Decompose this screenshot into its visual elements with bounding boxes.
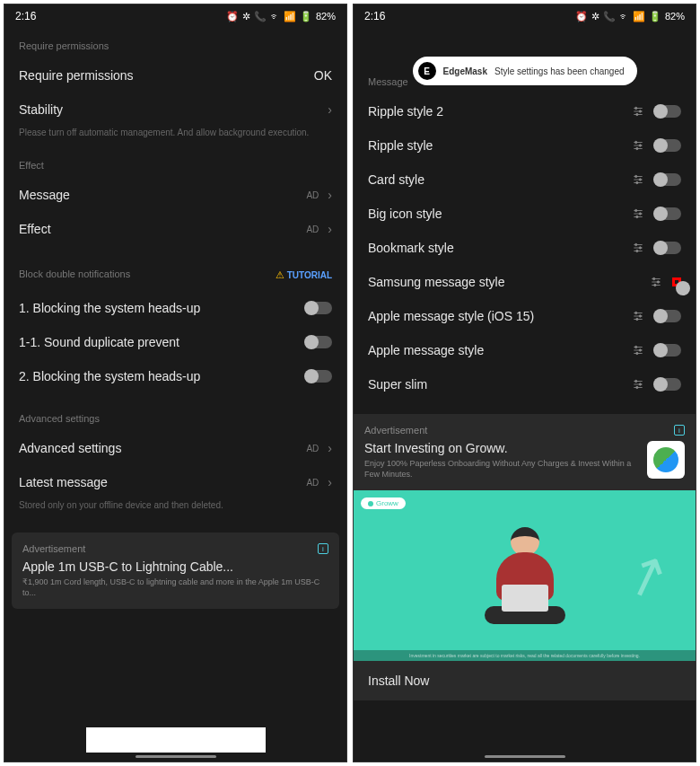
status-bar: 2:16 ⏰ ✲ 📞 ᯤ 📶 🔋 82% [4,4,346,28]
toggle[interactable] [654,207,681,220]
svg-point-53 [636,386,638,388]
style-row[interactable]: Bookmark style [354,231,696,265]
sliders-icon[interactable] [649,275,663,289]
ad-info-icon[interactable]: i [318,543,328,554]
bluetooth-icon: ✲ [242,11,250,22]
svg-point-29 [636,250,638,251]
tutorial-link[interactable]: ⚠TUTORIAL [276,266,332,282]
style-label: Apple message style (iOS 15) [368,309,534,323]
toggle[interactable] [654,310,681,322]
ad-app-icon [647,441,685,479]
svg-point-4 [639,110,641,112]
toggle[interactable] [305,302,332,314]
hero-badge: Groww [361,497,406,509]
style-row[interactable]: Big icon style [354,197,696,231]
bottom-white-bar [86,727,266,753]
toggle[interactable] [654,242,681,254]
style-label: Super slim [368,377,427,392]
sliders-icon[interactable] [631,241,645,255]
row-message[interactable]: Message AD › [4,178,346,212]
install-button[interactable]: Install Now [354,661,696,700]
ad-badge: AD [306,444,319,453]
style-row[interactable]: Apple message style [354,333,696,367]
svg-point-10 [639,145,641,146]
call-icon: 📞 [603,11,616,22]
ad-card[interactable]: Advertisement i Apple 1m USB-C to Lightn… [12,533,339,609]
svg-point-21 [635,209,637,211]
style-row[interactable]: Card style [354,163,696,197]
toggle[interactable] [305,370,332,383]
svg-point-41 [636,318,638,320]
sliders-icon[interactable] [631,309,645,323]
row-block-1[interactable]: 1. Blocking the system heads-up [4,291,346,325]
toast-app: EdgeMask [442,66,486,76]
style-row[interactable]: Ripple style 2 [354,94,696,128]
style-row[interactable]: Samsung message style [354,265,696,299]
row-advanced-settings[interactable]: Advanced settings AD › [4,431,346,465]
row-label: Require permissions [19,68,134,83]
style-label: Bookmark style [368,241,454,255]
ad-label: Advertisement [364,425,427,436]
ad-title: Start Investing on Groww. [364,441,685,455]
phone-right: 2:16 ⏰ ✲ 📞 ᯤ 📶 🔋 82% E EdgeMask Style se… [353,4,696,762]
ad-subtitle: ₹1,900 1m Cord length, USB-C to lightnin… [22,577,328,598]
svg-point-5 [636,113,638,115]
sliders-icon[interactable] [631,377,645,392]
ad-badge: AD [306,190,319,200]
sliders-icon[interactable] [631,172,645,187]
styles-content: Message Ripple style 2Ripple styleCard s… [354,28,696,762]
nav-handle[interactable] [136,755,216,758]
toggle[interactable] [654,139,681,152]
row-block-1-1[interactable]: 1-1. Sound duplicate prevent [4,325,346,359]
row-label: Stability [19,102,63,117]
style-row[interactable]: Super slim [354,367,696,401]
style-label: Apple message style [368,343,484,357]
svg-point-16 [639,179,641,180]
battery-icon: 🔋 [300,11,312,22]
row-latest-message[interactable]: Latest message AD › [4,465,346,499]
row-require-permissions[interactable]: Require permissions OK [4,58,346,92]
sliders-icon[interactable] [631,207,645,221]
row-effect[interactable]: Effect AD › [4,212,346,246]
svg-point-45 [635,346,637,348]
sliders-icon[interactable] [631,138,645,153]
toggle[interactable] [654,344,681,357]
row-label: 1-1. Sound duplicate prevent [19,335,179,349]
status-icons: ⏰ ✲ 📞 ᯤ 📶 🔋 82% [226,11,336,22]
toggle[interactable] [654,173,681,186]
chevron-right-icon: › [328,441,332,455]
style-label: Samsung message style [368,275,505,289]
stability-note: Please turn off automatic management. An… [4,127,346,147]
battery-pct: 82% [316,11,336,22]
toast: E EdgeMask Style settings has been chang… [412,57,636,85]
row-block-2[interactable]: 2. Blocking the system heads-up [4,359,346,393]
row-label: Latest message [19,475,108,489]
ad-title: Apple 1m USB-C to Lightning Cable... [22,559,328,574]
section-permissions-label: Require permissions [4,28,346,58]
ok-value: OK [314,68,332,83]
row-stability[interactable]: Stability › [4,92,346,127]
chevron-right-icon: › [328,102,332,117]
svg-point-22 [639,213,641,215]
nav-handle[interactable] [485,755,565,758]
style-row[interactable]: Apple message style (iOS 15) [354,299,696,333]
toggle[interactable] [654,378,681,391]
svg-point-17 [636,181,638,183]
toggle[interactable] [654,105,681,118]
style-row[interactable]: Ripple style [354,128,696,163]
svg-point-52 [639,383,641,385]
wifi-icon: ᯤ [270,11,280,22]
svg-point-3 [635,107,637,109]
toggle[interactable] [305,336,332,348]
ad-info-icon[interactable]: i [674,425,685,436]
style-label: Big icon style [368,207,442,221]
ad-disclaimer: Investment in securities market are subj… [354,650,696,661]
sliders-icon[interactable] [631,343,645,357]
ad-card[interactable]: Advertisement i Start Investing on Groww… [354,414,696,490]
style-label: Ripple style [368,138,433,153]
sliders-icon[interactable] [631,104,645,119]
svg-point-27 [635,243,637,245]
alarm-icon: ⏰ [226,11,239,22]
svg-point-40 [639,315,641,317]
ad-hero[interactable]: Groww ↗ Investment in securities market … [354,490,696,661]
